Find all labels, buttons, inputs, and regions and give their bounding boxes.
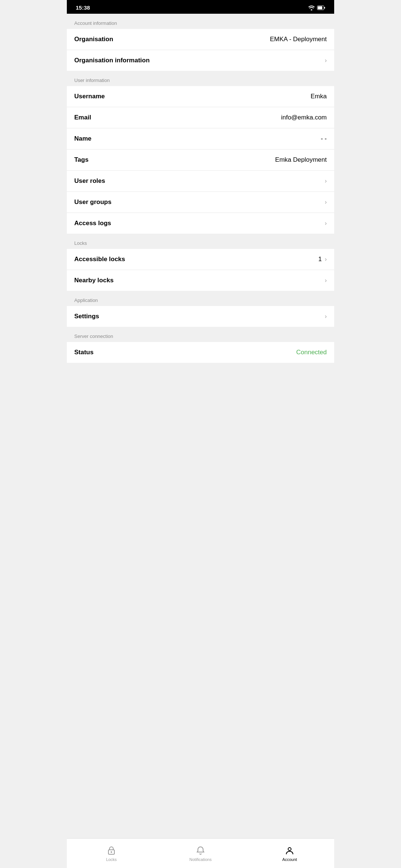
organisation-item: Organisation EMKA - Deployment	[67, 29, 334, 50]
nav-locks[interactable]: Locks	[67, 839, 156, 868]
user-roles-right: ›	[325, 178, 327, 184]
section-header-server: Server connection	[67, 327, 334, 342]
access-logs-label: Access logs	[74, 220, 111, 227]
accessible-locks-right: 1 ›	[318, 256, 327, 263]
status-time: 15:38	[76, 4, 90, 11]
nav-account[interactable]: Account	[245, 839, 334, 868]
name-value: - -	[321, 135, 327, 142]
username-item: Username Emka	[67, 86, 334, 107]
section-header-account: Account information	[67, 14, 334, 29]
chevron-icon: ›	[325, 220, 327, 227]
access-logs-right: ›	[325, 220, 327, 227]
user-groups-label: User groups	[74, 198, 111, 206]
user-roles-label: User roles	[74, 177, 105, 185]
account-info-list: Organisation EMKA - Deployment Organisat…	[67, 29, 334, 71]
nearby-locks-item[interactable]: Nearby locks ›	[67, 270, 334, 291]
user-groups-right: ›	[325, 199, 327, 206]
accessible-locks-label: Accessible locks	[74, 256, 125, 263]
chevron-icon: ›	[325, 277, 327, 284]
status-item: Status Connected	[67, 342, 334, 363]
lock-nav-icon	[106, 845, 117, 856]
user-groups-item[interactable]: User groups ›	[67, 192, 334, 213]
name-item: Name - -	[67, 128, 334, 149]
tags-value: Emka Deployment	[275, 156, 327, 164]
svg-rect-2	[318, 6, 322, 9]
svg-point-6	[288, 848, 291, 851]
status-bar: 15:38	[67, 0, 334, 14]
server-connection-list: Status Connected	[67, 342, 334, 363]
svg-rect-3	[324, 7, 325, 9]
organisation-value: EMKA - Deployment	[270, 36, 327, 43]
user-roles-item[interactable]: User roles ›	[67, 171, 334, 192]
name-label: Name	[74, 135, 91, 142]
settings-item[interactable]: Settings ›	[67, 306, 334, 327]
access-logs-item[interactable]: Access logs ›	[67, 213, 334, 234]
chevron-icon: ›	[325, 313, 327, 320]
settings-right: ›	[325, 313, 327, 320]
username-value: Emka	[311, 93, 327, 100]
status-value: Connected	[296, 349, 327, 356]
username-label: Username	[74, 93, 105, 100]
email-item: Email info@emka.com	[67, 107, 334, 128]
accessible-locks-item[interactable]: Accessible locks 1 ›	[67, 249, 334, 270]
settings-label: Settings	[74, 313, 99, 320]
organisation-information-right: ›	[325, 57, 327, 64]
battery-icon	[317, 6, 325, 10]
svg-point-0	[311, 9, 312, 10]
accessible-locks-value: 1	[318, 256, 322, 263]
nav-notifications[interactable]: Notifications	[156, 839, 245, 868]
status-icons	[308, 5, 325, 10]
tags-item: Tags Emka Deployment	[67, 149, 334, 171]
tags-label: Tags	[74, 156, 88, 164]
wifi-icon	[308, 5, 315, 10]
chevron-icon: ›	[325, 178, 327, 184]
locks-list: Accessible locks 1 › Nearby locks ›	[67, 249, 334, 291]
notifications-nav-icon	[195, 845, 206, 856]
nearby-locks-label: Nearby locks	[74, 277, 114, 284]
section-header-locks: Locks	[67, 234, 334, 249]
user-info-list: Username Emka Email info@emka.com Name -…	[67, 86, 334, 234]
section-header-application: Application	[67, 291, 334, 306]
account-nav-icon	[284, 845, 295, 856]
nav-notifications-label: Notifications	[189, 857, 212, 862]
organisation-label: Organisation	[74, 36, 113, 43]
bottom-nav: Locks Notifications Account	[67, 838, 334, 868]
chevron-icon: ›	[325, 57, 327, 64]
nearby-locks-right: ›	[325, 277, 327, 284]
email-value: info@emka.com	[281, 114, 327, 121]
application-list: Settings ›	[67, 306, 334, 327]
nav-account-label: Account	[282, 857, 297, 862]
svg-point-5	[111, 851, 112, 853]
chevron-icon: ›	[325, 199, 327, 206]
organisation-information-item[interactable]: Organisation information ›	[67, 50, 334, 71]
status-label: Status	[74, 349, 94, 356]
organisation-information-label: Organisation information	[74, 57, 150, 64]
main-content: Account information Organisation EMKA - …	[67, 14, 334, 868]
section-header-user: User information	[67, 71, 334, 86]
nav-locks-label: Locks	[106, 857, 117, 862]
email-label: Email	[74, 114, 91, 121]
chevron-icon: ›	[325, 256, 327, 263]
